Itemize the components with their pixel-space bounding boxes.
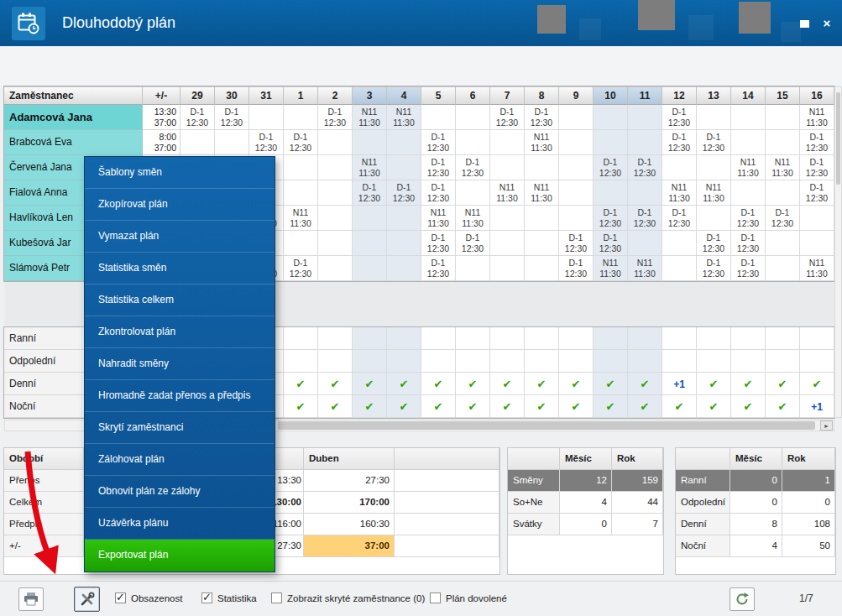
- shift-cell[interactable]: D-112:30: [284, 130, 318, 155]
- menu-item-exportovat-plan[interactable]: Exportovat plán: [85, 540, 275, 572]
- shift-cell[interactable]: [628, 105, 662, 130]
- shift-cell[interactable]: [353, 206, 387, 231]
- horizontal-scrollbar-thumb[interactable]: [278, 421, 815, 430]
- footer-checkbox-zobrazit-skryte-zamestnance-0[interactable]: Zobrazit skryté zaměstnance (0): [271, 593, 425, 603]
- shift-cell[interactable]: [766, 180, 800, 206]
- shift-cell[interactable]: [697, 155, 731, 180]
- shift-cell[interactable]: D-112:30: [594, 231, 628, 256]
- type-stats-table-row-nocni[interactable]: Noční: [676, 535, 730, 557]
- menu-item-zkopirovat-plan[interactable]: Zkopírovat plán: [85, 189, 275, 221]
- shift-cell[interactable]: [525, 231, 559, 256]
- menu-item-statistika-smen[interactable]: Statistika směn: [85, 253, 275, 285]
- tools-menu-button[interactable]: [74, 587, 100, 612]
- shift-cell[interactable]: [353, 130, 387, 155]
- shift-cell[interactable]: N1111:30: [284, 206, 318, 231]
- shift-cell[interactable]: D-112:30: [731, 231, 766, 256]
- menu-item-vymazat-plan[interactable]: Vymazat plán: [85, 221, 275, 253]
- shift-cell[interactable]: D-112:30: [766, 206, 800, 231]
- shift-cell[interactable]: N1111:30: [697, 180, 731, 206]
- shift-cell[interactable]: D-112:30: [697, 231, 731, 256]
- shift-cell[interactable]: [490, 130, 525, 155]
- shift-cell[interactable]: [421, 105, 456, 130]
- vertical-scrollbar[interactable]: [834, 86, 842, 418]
- shift-cell[interactable]: [387, 256, 421, 281]
- menu-item-zalohovat-plan[interactable]: Zálohovat plán: [85, 444, 275, 476]
- shift-cell[interactable]: D-112:30: [559, 256, 594, 281]
- shift-cell[interactable]: [284, 155, 318, 180]
- shift-cell[interactable]: D-112:30: [353, 180, 387, 206]
- totals-row-label[interactable]: Předpis: [4, 514, 84, 535]
- shift-cell[interactable]: D-112:30: [421, 256, 456, 281]
- shift-cell[interactable]: [353, 231, 387, 256]
- shift-cell[interactable]: D-112:30: [421, 130, 456, 155]
- shift-cell[interactable]: D-112:30: [662, 105, 697, 130]
- shift-cell[interactable]: D-112:30: [800, 155, 834, 180]
- shift-cell[interactable]: [490, 155, 525, 180]
- shift-cell[interactable]: D-112:30: [421, 155, 456, 180]
- shift-stats-table-row-smeny[interactable]: Směny: [508, 470, 560, 492]
- shift-cell[interactable]: [662, 155, 697, 180]
- type-stats-table-row-odpoledni[interactable]: Odpolední: [676, 492, 730, 514]
- shift-cell[interactable]: [559, 206, 594, 231]
- shift-cell[interactable]: [215, 130, 249, 155]
- menu-item-obnovit-plan-ze-zalohy[interactable]: Obnovit plán ze zálohy: [85, 476, 275, 508]
- shift-cell[interactable]: [559, 130, 594, 155]
- shift-cell[interactable]: [731, 180, 766, 206]
- shift-cell[interactable]: N1111:30: [490, 180, 525, 206]
- employee-name-cell[interactable]: Adamcová Jana: [4, 105, 143, 130]
- shift-cell[interactable]: [697, 206, 731, 231]
- shift-cell[interactable]: D-112:30: [731, 256, 766, 281]
- shift-cell[interactable]: [525, 155, 559, 180]
- menu-item-zkontrolovat-plan[interactable]: Zkontrolovat plán: [85, 316, 275, 348]
- type-stats-table-row-ranni[interactable]: Ranní: [676, 470, 730, 492]
- shift-cell[interactable]: D-112:30: [628, 206, 662, 231]
- shift-cell[interactable]: [662, 231, 697, 256]
- employee-name-cell[interactable]: Brabcová Eva: [4, 130, 143, 155]
- shift-cell[interactable]: [766, 105, 800, 130]
- shift-cell[interactable]: N1111:30: [387, 105, 421, 130]
- shift-cell[interactable]: N1111:30: [525, 180, 559, 206]
- shift-cell[interactable]: N1111:30: [800, 105, 834, 130]
- shift-cell[interactable]: [559, 180, 594, 206]
- shift-cell[interactable]: [490, 231, 525, 256]
- shift-cell[interactable]: [628, 180, 662, 206]
- footer-checkbox-obsazenost[interactable]: ✓Obsazenost: [115, 593, 182, 603]
- shift-cell[interactable]: [456, 180, 490, 206]
- shift-cell[interactable]: D-112:30: [421, 180, 456, 206]
- shift-cell[interactable]: D-112:30: [662, 130, 697, 155]
- shift-cell[interactable]: D-112:30: [628, 155, 662, 180]
- scrollbar-right-button[interactable]: ►: [820, 420, 833, 431]
- footer-checkbox-plan-dovolene[interactable]: Plán dovolené: [430, 593, 507, 603]
- shift-cell[interactable]: D-112:30: [525, 105, 559, 130]
- shift-cell[interactable]: [318, 155, 353, 180]
- shift-cell[interactable]: [490, 206, 525, 231]
- print-button[interactable]: [18, 587, 44, 611]
- menu-item-statistika-celkem[interactable]: Statistika celkem: [85, 285, 275, 316]
- shift-cell[interactable]: [628, 231, 662, 256]
- shift-cell[interactable]: [387, 206, 421, 231]
- shift-cell[interactable]: [525, 206, 559, 231]
- shift-cell[interactable]: D-112:30: [456, 231, 490, 256]
- shift-cell[interactable]: [284, 231, 318, 256]
- shift-cell[interactable]: [731, 130, 766, 155]
- menu-item-skryti-zamestnanci[interactable]: Skrytí zaměstnanci: [85, 412, 275, 444]
- shift-cell[interactable]: D-112:30: [594, 155, 628, 180]
- shift-cell[interactable]: N1111:30: [353, 105, 387, 130]
- shift-cell[interactable]: D-112:30: [421, 231, 456, 256]
- shift-cell[interactable]: D-112:30: [697, 256, 731, 281]
- shift-cell[interactable]: [318, 206, 353, 231]
- shift-cell[interactable]: N1111:30: [353, 155, 387, 180]
- footer-checkbox-statistika[interactable]: ✓Statistika: [201, 593, 257, 603]
- shift-cell[interactable]: [766, 256, 800, 281]
- shift-cell[interactable]: D-112:30: [800, 130, 834, 155]
- shift-cell[interactable]: [284, 180, 318, 206]
- shift-cell[interactable]: [525, 256, 559, 281]
- shift-cell[interactable]: [318, 180, 353, 206]
- vertical-scrollbar-thumb[interactable]: [836, 92, 840, 185]
- menu-item-sablony-smen[interactable]: Šablony směn: [85, 157, 275, 189]
- shift-cell[interactable]: N1111:30: [525, 130, 559, 155]
- shift-cell[interactable]: [318, 231, 353, 256]
- shift-cell[interactable]: [387, 130, 421, 155]
- shift-cell[interactable]: [594, 130, 628, 155]
- shift-cell[interactable]: [697, 105, 731, 130]
